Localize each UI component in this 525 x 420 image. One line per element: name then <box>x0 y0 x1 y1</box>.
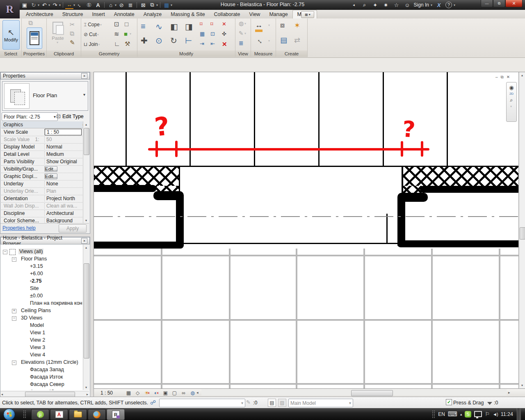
array-icon[interactable]: ▦ <box>200 31 205 37</box>
property-row[interactable]: UnderlayNone <box>1 180 82 188</box>
expander-minus-icon[interactable]: − <box>12 257 16 262</box>
design-options-icon[interactable]: ▤ <box>268 399 276 407</box>
cope-dropdown-icon[interactable]: ▾ <box>100 23 102 27</box>
properties-close-icon[interactable]: ✕ <box>81 73 87 79</box>
centerline[interactable] <box>94 216 518 217</box>
tab-architecture[interactable]: Architecture <box>21 10 58 18</box>
close-button[interactable]: ✕ <box>505 0 523 7</box>
graphics-section-header[interactable]: Graphics » <box>1 121 87 128</box>
tree-item-level-current[interactable]: -2.75 <box>30 278 42 284</box>
press-drag-checkbox[interactable]: ✓ <box>446 399 452 405</box>
rotate-icon[interactable]: ↻ <box>170 36 177 46</box>
offset-icon[interactable]: ≋ <box>114 30 119 38</box>
tree-item-3d-view[interactable]: View 3 <box>30 345 45 350</box>
join-dropdown-icon[interactable]: ▾ <box>98 43 100 46</box>
properties-palette-button[interactable] <box>27 27 42 49</box>
design-option-combo[interactable]: Main Model▾ <box>288 399 353 407</box>
tree-item-3d-views[interactable]: 3D Views <box>21 315 43 321</box>
split-element-icon[interactable]: ⇥ <box>200 41 204 47</box>
scrollbar-thumb[interactable] <box>351 390 393 396</box>
view-minimize-icon[interactable]: ‒ <box>495 75 498 80</box>
canvas-hscrollbar[interactable] <box>201 389 507 395</box>
expander-minus-icon[interactable]: − <box>3 250 7 254</box>
red-tick[interactable] <box>175 141 178 157</box>
communication-center-icon[interactable]: ✷ <box>382 1 390 9</box>
tree-item-3d-view[interactable]: View 1 <box>30 330 45 336</box>
unjoin-dropdown-icon[interactable]: ▾ <box>130 32 131 36</box>
scrollbar-thumb[interactable] <box>84 263 89 358</box>
floor-grid-line[interactable] <box>94 319 518 321</box>
taskbar-app-red-a[interactable]: A <box>50 409 68 420</box>
floor-grid-line[interactable] <box>94 255 518 256</box>
language-indicator[interactable]: EN <box>438 411 445 417</box>
scroll-down-icon[interactable]: ▾ <box>519 382 525 388</box>
zoom-icon[interactable]: ⌕ <box>508 96 515 104</box>
tree-item-level[interactable]: +3.15 <box>30 263 43 269</box>
property-row[interactable]: View Scale1 : 50 <box>1 128 82 136</box>
tab-manage[interactable]: Manage <box>265 10 292 18</box>
scroll-right-icon[interactable]: ◂ <box>508 390 510 395</box>
align-icon[interactable]: ≡ <box>141 22 146 31</box>
tab-annotate[interactable]: Annotate <box>110 10 139 18</box>
cut-to-clipboard-icon[interactable]: ✂ <box>70 21 75 28</box>
expander-plus-icon[interactable]: + <box>12 309 16 313</box>
measure-tool-icon[interactable]: ↔ <box>255 21 262 32</box>
scrollbar-thumb[interactable] <box>84 128 89 155</box>
clock[interactable]: 11:24 <box>501 411 513 417</box>
canvas-vscrollbar[interactable]: ▴ ▾ <box>519 72 525 388</box>
panel-label-select[interactable]: Select <box>0 50 21 57</box>
properties-palette-header[interactable]: Properties ✕ <box>0 72 90 80</box>
opening-jamb-line[interactable] <box>386 214 388 244</box>
tab-structure[interactable]: Structure <box>58 10 88 18</box>
split-with-gap-icon[interactable]: ⇤ <box>210 41 215 47</box>
match-type-icon[interactable]: ✎ <box>70 39 75 46</box>
worksets-icon[interactable]: ☍ <box>150 399 156 406</box>
tree-item-3d-view[interactable]: Model <box>30 322 44 328</box>
wall-joins-icon[interactable]: ⊡ <box>114 21 119 28</box>
show-hidden-icons-icon[interactable]: ▴ <box>460 412 462 416</box>
temporary-hide-isolate-icon[interactable]: ∞ <box>180 389 187 396</box>
panel-label-properties[interactable]: Properties <box>22 50 46 57</box>
scrollbar-thumb[interactable] <box>520 227 525 240</box>
property-row[interactable]: Parts VisibilityShow Original <box>1 158 82 166</box>
paste-button[interactable]: Paste ▾ <box>50 22 66 47</box>
unpin-icon[interactable]: ✕ <box>222 21 226 27</box>
scroll-down-icon[interactable]: ▾ <box>83 384 89 390</box>
wall-line[interactable] <box>126 72 127 166</box>
move-icon[interactable]: ✚ <box>141 36 148 46</box>
property-row[interactable]: Graphic Displ...Edit... <box>1 173 82 180</box>
view-restore-icon[interactable]: ⧉ <box>501 75 504 80</box>
wall-core[interactable] <box>420 186 518 193</box>
browser-vscrollbar[interactable]: ▴ ▾ <box>83 244 89 390</box>
skype-icon[interactable]: S <box>465 411 471 418</box>
red-tick[interactable] <box>421 141 423 157</box>
keyboard-layout-icon[interactable]: ⌨ <box>448 410 457 418</box>
floor-grid-line[interactable] <box>499 249 500 389</box>
floor-plan-view[interactable]: ? ? ‒ ⧉ ✕ ◉ 2D ⌕ ▾ <box>94 72 519 389</box>
floor-grid-line[interactable] <box>296 249 297 389</box>
volume-icon[interactable]: ◄) <box>493 412 498 417</box>
red-question-mark[interactable]: ? <box>153 111 171 142</box>
active-only-icon[interactable]: ▨ <box>278 399 286 407</box>
opening-sill-line[interactable] <box>184 243 397 244</box>
tab-analyze[interactable]: Analyze <box>139 10 166 18</box>
ribbon-display-toggle[interactable]: ▦▾ <box>301 11 314 18</box>
sign-in-dropdown-icon[interactable]: ▾ <box>431 3 432 7</box>
panel-label-measure[interactable]: Measure <box>251 50 276 57</box>
graphic-display-edit-button[interactable]: Edit... <box>45 173 57 179</box>
wall-line[interactable] <box>254 72 255 166</box>
wall-line[interactable] <box>447 72 448 166</box>
property-row[interactable]: OrientationProject North <box>1 195 82 203</box>
drawing-area[interactable]: ? ? ‒ ⧉ ✕ ◉ 2D ⌕ ▾ ▴ ▾ <box>94 72 525 389</box>
tree-item-level[interactable]: Site <box>30 285 39 291</box>
mirror-pick-axis-icon[interactable]: ◧ <box>170 22 178 32</box>
start-button[interactable] <box>3 409 15 420</box>
zoom-dropdown-icon[interactable]: ▾ <box>510 105 512 108</box>
wall-line[interactable] <box>383 72 384 166</box>
delete-icon[interactable]: ✕ <box>222 41 227 48</box>
create-parts-icon[interactable]: ⇄ <box>294 36 300 45</box>
taskbar-app-firefox[interactable] <box>88 409 106 420</box>
help-icon[interactable]: ? <box>445 2 452 8</box>
scroll-up-icon[interactable]: ▴ <box>83 244 89 250</box>
tree-item-level[interactable]: ±0.00 <box>30 293 43 299</box>
